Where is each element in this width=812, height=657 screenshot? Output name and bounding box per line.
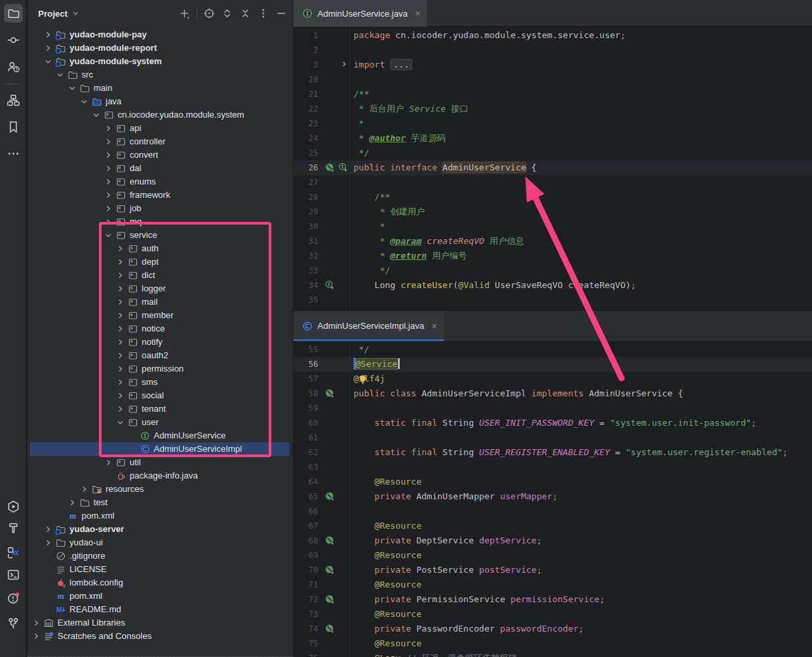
tree-item-dal[interactable]: dal <box>30 162 289 175</box>
line-number[interactable]: 21 <box>293 87 318 102</box>
impl-gutter-icon[interactable] <box>325 594 335 604</box>
tree-item-adminuserservice[interactable]: AdminUserService <box>30 429 289 442</box>
line-number[interactable]: 60 <box>293 416 318 430</box>
chevron-down-icon[interactable] <box>103 230 114 241</box>
chevron-right-icon[interactable] <box>115 337 126 348</box>
code-editor-top[interactable]: 1package cn.iocoder.yudao.module.system.… <box>293 27 812 310</box>
bookmarks-button[interactable] <box>4 118 23 136</box>
pull-requests-button[interactable]: ? <box>4 57 23 76</box>
tree-item-src[interactable]: src <box>30 68 289 82</box>
chevron-right-icon[interactable] <box>115 323 126 334</box>
tree-item-framework[interactable]: framework <box>30 188 289 202</box>
folded-imports[interactable]: ... <box>390 59 412 70</box>
tree-item-package-info-java[interactable]: package-info.java <box>30 469 289 483</box>
tab-adminuserserviceimpl-java[interactable]: AdminUserServiceImpl.java × <box>293 312 444 342</box>
tree-item-dept[interactable]: dept <box>30 255 289 269</box>
tree-item-tenant[interactable]: tenant <box>30 402 289 416</box>
chevron-down-icon[interactable] <box>67 83 78 94</box>
tree-item--gitignore[interactable]: .gitignore <box>30 549 289 563</box>
add-button[interactable] <box>178 7 190 19</box>
line-number[interactable]: 26 <box>293 160 318 175</box>
tree-item-pom-xml[interactable]: mpom.xml <box>30 509 289 523</box>
tree-item-controller[interactable]: controller <box>30 135 289 148</box>
chevron-right-icon[interactable] <box>79 484 90 495</box>
collapse-all-button[interactable] <box>239 7 251 19</box>
tree-item-convert[interactable]: convert <box>30 148 289 162</box>
line-number[interactable]: 70 <box>293 563 318 577</box>
tree-item-dict[interactable]: dict <box>30 269 289 282</box>
tree-item-pom-xml[interactable]: mpom.xml <box>30 589 289 603</box>
chevron-right-icon[interactable] <box>115 283 126 294</box>
line-number[interactable]: 68 <box>293 533 318 548</box>
project-view-selector[interactable]: Project <box>38 0 80 27</box>
tree-item-scratches-and-consoles[interactable]: Scratches and Consoles <box>30 630 289 643</box>
tree-item-social[interactable]: social <box>30 389 289 402</box>
chevron-right-icon[interactable] <box>115 270 126 281</box>
chevron-right-icon[interactable] <box>115 364 126 374</box>
line-number[interactable]: 1 <box>293 28 318 43</box>
locate-button[interactable] <box>203 7 215 19</box>
impl-gutter-icon[interactable] <box>325 491 335 501</box>
line-number[interactable]: 73 <box>293 607 318 622</box>
tree-item-sms[interactable]: sms <box>30 376 289 389</box>
tree-item-resources[interactable]: resources <box>30 483 289 496</box>
tree-item-main[interactable]: main <box>30 82 289 95</box>
chevron-right-icon[interactable] <box>115 297 126 307</box>
iface-gutter-icon[interactable] <box>338 162 348 172</box>
terminal-button[interactable] <box>4 565 23 584</box>
line-number[interactable]: 2 <box>293 43 318 57</box>
line-number[interactable]: 59 <box>293 401 318 416</box>
line-number[interactable]: 29 <box>293 205 318 219</box>
code-editor-bottom[interactable]: 55 */56@Service57@Slf4j58public class Ad… <box>293 341 812 657</box>
tree-item-yudao-module-pay[interactable]: yudao-module-pay <box>30 28 289 41</box>
line-number[interactable]: 63 <box>293 460 318 475</box>
line-number[interactable]: 27 <box>293 175 318 190</box>
chevron-right-icon[interactable] <box>115 243 126 254</box>
hide-button[interactable] <box>275 7 287 19</box>
line-number[interactable]: 32 <box>293 249 318 263</box>
line-number[interactable]: 67 <box>293 519 318 533</box>
line-number[interactable]: 58 <box>293 386 318 401</box>
tree-item-readme-md[interactable]: MREADME.md <box>30 603 289 616</box>
line-number[interactable]: 74 <box>293 622 318 636</box>
run-button[interactable] <box>4 497 23 516</box>
tree-item-yudao-module-system[interactable]: yudao-module-system <box>30 55 289 68</box>
chevron-right-icon[interactable] <box>103 203 114 214</box>
tree-item-yudao-server[interactable]: yudao-server <box>30 523 289 536</box>
chevron-right-icon[interactable] <box>115 404 126 414</box>
chevron-right-icon[interactable] <box>103 150 114 160</box>
commit-button[interactable] <box>4 31 23 49</box>
chevron-right-icon[interactable] <box>103 176 114 187</box>
tree-item-java[interactable]: java <box>30 95 289 108</box>
line-number[interactable]: 69 <box>293 548 318 563</box>
tree-item-notice[interactable]: notice <box>30 322 289 336</box>
line-number[interactable]: 57 <box>293 372 318 386</box>
line-number[interactable]: 65 <box>293 489 318 504</box>
chevron-down-icon[interactable] <box>115 417 126 428</box>
more-tools-button[interactable] <box>4 144 23 163</box>
tree-item-service[interactable]: service <box>30 229 289 242</box>
chevron-right-icon[interactable] <box>103 136 114 147</box>
line-number[interactable]: 61 <box>293 430 318 445</box>
line-number[interactable]: 75 <box>293 636 318 651</box>
line-number[interactable]: 76 <box>293 651 318 657</box>
line-number[interactable]: 64 <box>293 475 318 489</box>
line-number[interactable]: 62 <box>293 445 318 460</box>
chevron-right-icon[interactable] <box>43 43 53 53</box>
chevron-down-icon[interactable] <box>79 96 90 107</box>
close-tab-icon[interactable]: × <box>415 8 420 19</box>
chevron-right-icon[interactable] <box>43 29 53 40</box>
chevron-right-icon[interactable] <box>103 163 114 174</box>
line-number[interactable]: 34 <box>293 278 318 293</box>
impl-gutter-icon[interactable] <box>325 388 335 398</box>
chevron-right-icon[interactable] <box>103 217 114 227</box>
chevron-right-icon[interactable] <box>115 257 126 267</box>
tree-item-permission[interactable]: permission <box>30 362 289 376</box>
line-number[interactable]: 22 <box>293 102 318 116</box>
close-tab-icon[interactable]: × <box>432 321 437 332</box>
chevron-right-icon[interactable] <box>31 631 41 642</box>
tree-item-enums[interactable]: enums <box>30 175 289 188</box>
chevron-right-icon[interactable] <box>103 190 114 201</box>
tree-item-user[interactable]: user <box>30 416 289 429</box>
line-number[interactable]: 20 <box>293 72 318 87</box>
